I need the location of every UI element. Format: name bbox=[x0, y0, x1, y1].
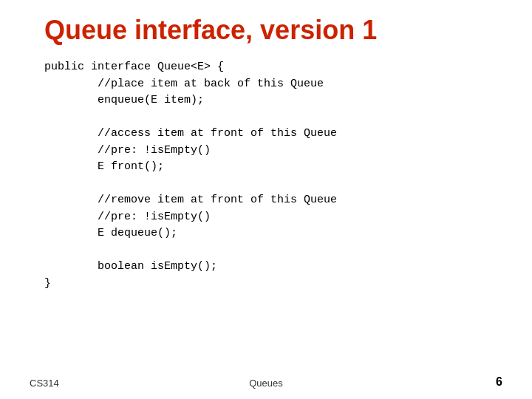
code-block: public interface Queue<E> { //place item… bbox=[44, 59, 502, 292]
slide-container: Queue interface, version 1 public interf… bbox=[0, 0, 532, 399]
footer-page-number: 6 bbox=[496, 375, 502, 389]
footer-course-label: CS314 bbox=[30, 378, 59, 389]
footer-topic-label: Queues bbox=[249, 378, 283, 389]
slide-title: Queue interface, version 1 bbox=[44, 15, 502, 46]
